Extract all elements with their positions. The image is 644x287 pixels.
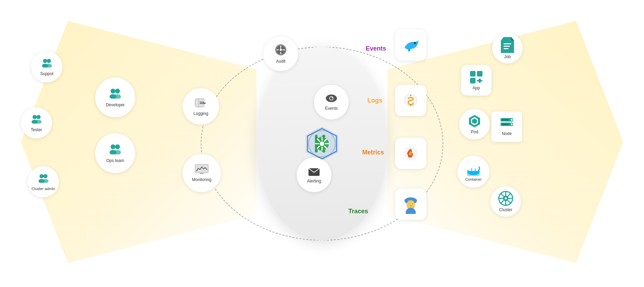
svg-point-25 bbox=[111, 89, 115, 93]
monitoring-icon bbox=[195, 164, 209, 176]
svg-point-61 bbox=[409, 204, 410, 205]
job-label: Job bbox=[504, 54, 511, 59]
diagram-container: ▶ ▶ bbox=[0, 0, 644, 287]
cluster-icon bbox=[498, 191, 513, 206]
cluster-admin-label: Cluster admin bbox=[32, 187, 55, 191]
app-icon bbox=[469, 70, 483, 84]
svg-rect-71 bbox=[477, 80, 482, 81]
svg-point-30 bbox=[115, 144, 120, 149]
tool-audit[interactable]: Audit bbox=[263, 36, 298, 71]
alerting-label: Alerting bbox=[307, 179, 321, 183]
svg-point-63 bbox=[410, 205, 412, 206]
svg-rect-66 bbox=[504, 48, 508, 49]
tool-monitoring[interactable]: Monitoring bbox=[183, 154, 221, 192]
support-label: Suppot bbox=[40, 71, 53, 76]
svg-point-62 bbox=[412, 204, 413, 205]
svg-rect-42 bbox=[195, 99, 204, 107]
svg-point-18 bbox=[36, 115, 41, 119]
grafana-icon bbox=[402, 145, 419, 162]
svg-rect-79 bbox=[502, 119, 509, 120]
svg-rect-64 bbox=[504, 43, 511, 44]
alerting-icon bbox=[308, 166, 320, 177]
logging-label: Logging bbox=[193, 111, 208, 116]
app-skooner[interactable] bbox=[395, 85, 426, 116]
svg-rect-65 bbox=[504, 46, 510, 47]
svg-rect-82 bbox=[469, 168, 471, 171]
svg-point-51 bbox=[414, 42, 416, 44]
ops-team-label: Ops team bbox=[106, 158, 124, 163]
events-label: Events bbox=[325, 106, 338, 111]
app-grafana[interactable] bbox=[395, 138, 426, 169]
logging-icon bbox=[194, 97, 208, 110]
category-logs: Logs bbox=[367, 97, 382, 104]
cluster-admin-icon bbox=[37, 173, 50, 185]
cluster-label: Cluster bbox=[499, 207, 512, 212]
support-icon bbox=[41, 58, 53, 70]
app-label: App bbox=[472, 86, 480, 90]
svg-line-95 bbox=[508, 201, 511, 204]
svg-point-22 bbox=[43, 174, 47, 178]
developer-icon bbox=[108, 88, 123, 101]
app-jaeger[interactable] bbox=[395, 189, 426, 220]
svg-point-21 bbox=[40, 174, 44, 178]
ops-team-icon bbox=[108, 143, 123, 157]
svg-point-89 bbox=[505, 197, 507, 199]
svg-rect-85 bbox=[469, 165, 471, 168]
svg-line-94 bbox=[501, 194, 504, 196]
resource-pod[interactable]: Pod bbox=[459, 109, 490, 140]
svg-rect-83 bbox=[472, 168, 475, 171]
svg-point-17 bbox=[33, 115, 37, 119]
svg-rect-86 bbox=[472, 165, 475, 168]
tool-logging[interactable]: Logging bbox=[183, 88, 219, 125]
node-label: Node bbox=[502, 131, 512, 136]
resource-node[interactable]: Node bbox=[491, 111, 522, 142]
developer-label: Developer bbox=[106, 102, 125, 107]
tool-events[interactable]: Events bbox=[314, 85, 349, 119]
svg-rect-67 bbox=[470, 71, 476, 77]
pod-icon bbox=[468, 114, 481, 128]
svg-rect-45 bbox=[200, 173, 204, 174]
kubernetes-logo bbox=[303, 125, 341, 163]
role-support[interactable]: Suppot bbox=[31, 51, 62, 82]
svg-rect-80 bbox=[502, 124, 509, 125]
svg-point-26 bbox=[115, 89, 120, 93]
svg-point-4 bbox=[320, 141, 324, 146]
role-developer[interactable]: Developer bbox=[95, 78, 135, 117]
audit-label: Audit bbox=[276, 59, 285, 64]
svg-point-78 bbox=[511, 124, 513, 125]
container-icon bbox=[465, 162, 482, 176]
tester-icon bbox=[30, 114, 43, 126]
svg-line-96 bbox=[508, 194, 511, 196]
svg-point-13 bbox=[43, 59, 47, 63]
category-traces: Traces bbox=[348, 208, 368, 215]
skooner-icon bbox=[402, 93, 419, 107]
container-label: Container bbox=[465, 177, 482, 181]
resource-job[interactable]: Job bbox=[492, 33, 523, 63]
resource-container[interactable]: Container bbox=[458, 156, 489, 188]
tester-label: Tester bbox=[31, 127, 42, 132]
role-cluster-admin[interactable]: Cluster admin bbox=[28, 166, 59, 197]
jaeger-icon bbox=[402, 195, 419, 214]
category-metrics: Metrics bbox=[362, 149, 384, 156]
svg-point-77 bbox=[511, 119, 513, 121]
svg-point-14 bbox=[47, 59, 51, 63]
svg-point-29 bbox=[111, 144, 115, 149]
fluentd-icon bbox=[402, 37, 420, 52]
svg-point-49 bbox=[332, 97, 333, 98]
svg-line-97 bbox=[501, 201, 504, 204]
role-tester[interactable]: Tester bbox=[21, 107, 52, 138]
category-events: Events bbox=[366, 45, 386, 52]
resource-app[interactable]: App bbox=[461, 65, 491, 96]
svg-rect-69 bbox=[470, 78, 476, 83]
role-ops-team[interactable]: Ops team bbox=[95, 133, 135, 173]
tool-alerting[interactable]: Alerting bbox=[297, 158, 331, 192]
resource-cluster[interactable]: Cluster bbox=[490, 186, 521, 217]
app-fluentd[interactable] bbox=[395, 29, 426, 61]
svg-rect-68 bbox=[477, 71, 482, 77]
monitoring-label: Monitoring bbox=[192, 177, 211, 182]
pod-label: Pod bbox=[471, 129, 478, 134]
events-icon bbox=[325, 93, 338, 105]
node-icon bbox=[500, 117, 514, 130]
job-icon bbox=[501, 37, 514, 53]
audit-icon bbox=[275, 44, 287, 57]
